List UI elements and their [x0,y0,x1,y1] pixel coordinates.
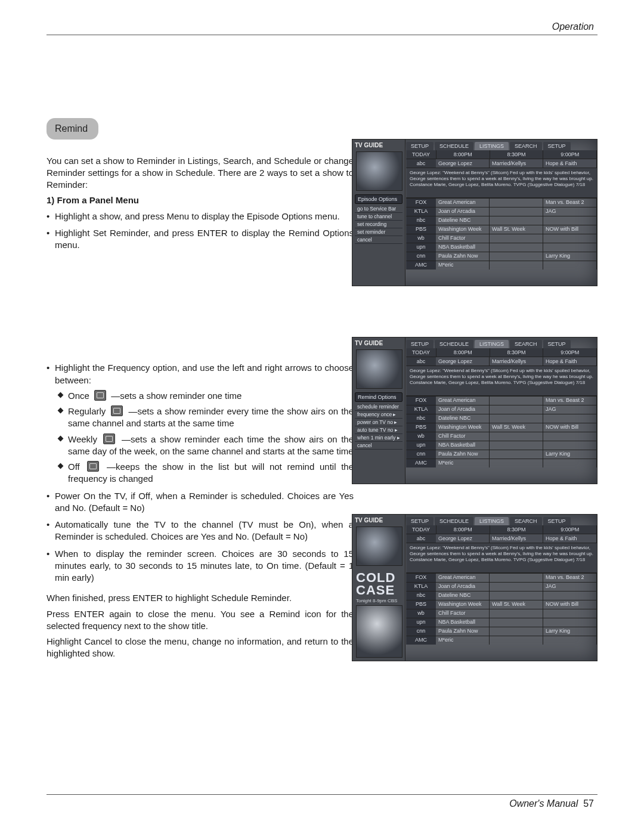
guide-tab: SETUP [543,517,571,525]
footer-divider [47,794,597,795]
time-today: TODAY [406,348,436,357]
grid-cell [490,609,543,618]
bullet-item: Highlight a show, and press Menu to disp… [47,210,354,222]
grid-cell: Wall St. Week [490,225,543,234]
freq-option-weekly: Weekly —sets a show reminder each time t… [55,433,354,458]
grid-cell [543,243,597,252]
grid-channel: PBS [406,225,436,234]
guide-tab: SETUP [406,142,434,150]
grid-cell: Great American [436,199,490,207]
grid-cell: Man vs. Beast 2 [543,397,597,405]
grid-cell: Dateline NBC [436,216,490,225]
grid-row: upnNBA Basketball [406,441,597,450]
grid-channel: FOX [406,574,436,582]
grid-cell [490,432,543,441]
time-cell: 9:00PM [543,150,597,159]
grid-channel: upn [406,243,436,252]
guide-time-header: TODAY 8:00PM 8:30PM 9:00PM [406,525,597,534]
grid-cell: Chill Factor [436,432,490,441]
grid-channel: upn [406,618,436,627]
grid-channel: AMC [406,459,436,467]
grid-cell: Joan of Arcadia [436,208,490,216]
bullet-item: Power On the TV, if Off, when a Reminder… [47,490,354,515]
bullet-item: Highlight the Frequency option, and use … [47,362,354,485]
panel-item: tune to channel [355,213,402,221]
tv-guide-figure-episode-options: TV GUIDE Episode Options go to Service B… [352,139,597,286]
grid-cell [490,574,543,582]
body-text-column: Remind You can set a show to Reminder in… [47,118,354,664]
grid-cell: NOW with Bill [543,225,597,234]
freq-option-regularly: Regularly —sets a show reminder every ti… [55,405,354,430]
grid-cell: JAG [543,405,597,414]
grid-row: cnnPaula Zahn NowLarry King [406,627,597,636]
bullet-list-freq: Highlight the Frequency option, and use … [47,362,354,584]
grid-cell: Wall St. Week [490,600,543,609]
grid-cell [490,405,543,414]
grid-cell [490,583,543,591]
tv-guide-figure-cold-case: TV GUIDE COLD CASE Tonight 8-9pm CBS SET… [352,514,597,661]
preview-thumbnail [356,349,402,389]
guide-time-header: TODAY 8:00PM 8:30PM 9:00PM [406,348,597,357]
grid-channel: cnn [406,627,436,636]
time-cell: 8:00PM [436,525,490,534]
episode-options-panel: Episode Options go to Service Bar tune t… [355,194,402,244]
cold-case-promo-text: COLD CASE [356,572,405,597]
program-cell: Married/Kellys [490,159,543,168]
bullet-list-a: Highlight a show, and press Menu to disp… [47,210,354,252]
tv-guide-figure-remind-options: TV GUIDE Remind Options schedule reminde… [352,337,597,484]
grid-cell [543,432,597,441]
closing-line: Highlight Cancel to close the menu, chan… [47,636,354,660]
grid-cell [490,234,543,243]
panel-item: set reminder [355,228,402,236]
grid-channel: nbc [406,216,436,225]
grid-channel: FOX [406,199,436,207]
reminder-off-icon [87,461,99,472]
grid-cell [543,414,597,423]
grid-cell [543,636,597,645]
grid-row: KTLAJoan of ArcadiaJAG [406,405,597,414]
grid-channel: PBS [406,600,436,609]
guide-grid: FOXGreat AmericanMan vs. Beast 2KTLAJoan… [406,573,597,645]
section-title-pill: Remind [47,118,98,140]
grid-cell [490,208,543,216]
grid-cell: M*eric [436,459,490,467]
grid-cell [490,627,543,636]
grid-cell [490,592,543,600]
grid-cell: Man vs. Beast 2 [543,199,597,207]
grid-row: cnnPaula Zahn NowLarry King [406,252,597,261]
program-cell: Hope & Faith [543,357,597,366]
bullet-item: When to display the reminder screen. Cho… [47,548,354,584]
grid-row: FOXGreat AmericanMan vs. Beast 2 [406,396,597,405]
grid-row: cnnPaula Zahn NowLarry King [406,450,597,459]
grid-cell: Joan of Arcadia [436,405,490,414]
remind-options-panel: Remind Options schedule reminder frequen… [355,392,402,450]
grid-row: nbcDateline NBC [406,216,597,225]
grid-cell: Paula Zahn Now [436,627,490,636]
program-cell: George Lopez [436,534,490,543]
grid-channel: wb [406,432,436,441]
grid-cell: Larry King [543,252,597,261]
grid-row: nbcDateline NBC [406,414,597,423]
time-cell: 8:00PM [436,348,490,357]
grid-channel: cnn [406,450,436,459]
closing-line: When finished, press ENTER to highlight … [47,592,354,604]
grid-row: KTLAJoan of ArcadiaJAG [406,207,597,216]
grid-cell [490,636,543,645]
guide-program-row: abc George Lopez Married/Kellys Hope & F… [406,357,597,366]
guide-tab: SEARCH [510,517,542,525]
guide-description: George Lopez: "Weekend at Benny's" (Sitc… [406,543,597,573]
time-cell: 8:30PM [490,150,544,159]
preview-thumbnail [356,151,402,191]
grid-cell [543,618,597,627]
reminder-once-icon [94,390,106,401]
grid-cell [490,397,543,405]
header-section-label: Operation [552,21,594,32]
grid-cell: Wall St. Week [490,423,543,432]
grid-cell: NBA Basketball [436,243,490,252]
footer-label: Owner's Manual 57 [509,798,594,809]
program-cell: George Lopez [436,357,490,366]
grid-cell [543,234,597,243]
grid-row: wbChill Factor [406,609,597,618]
grid-cell: Paula Zahn Now [436,450,490,459]
grid-row: upnNBA Basketball [406,243,597,252]
